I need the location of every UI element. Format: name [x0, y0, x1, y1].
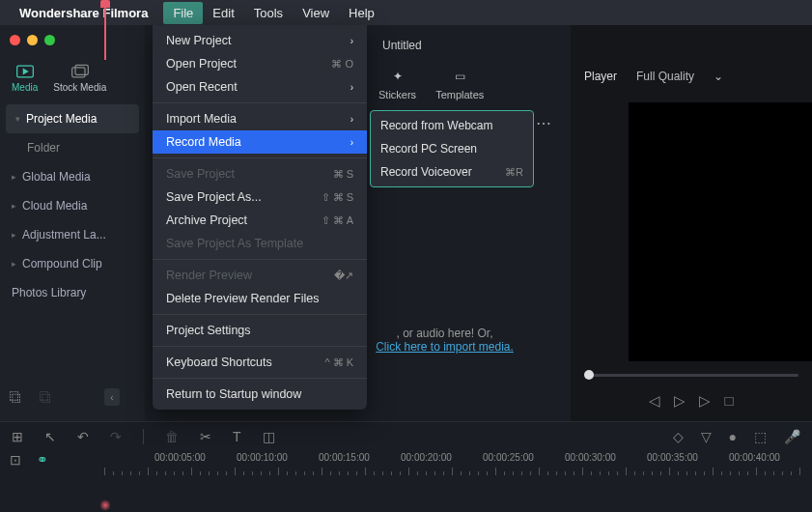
sidebar-photos-library[interactable]: Photos Library [0, 278, 145, 307]
menu-separator [153, 314, 367, 315]
kebab-menu[interactable]: ⋯ [536, 114, 553, 132]
tab-stickers[interactable]: ✦ Stickers [378, 68, 416, 100]
mic-icon[interactable]: 🎤 [784, 429, 800, 444]
text-icon[interactable]: T [233, 429, 241, 444]
menu-tools[interactable]: Tools [244, 2, 293, 24]
playhead-glow [100, 498, 110, 512]
sidebar-cloud-media[interactable]: ▸Cloud Media [0, 191, 145, 220]
scrub-thumb[interactable] [584, 370, 594, 380]
menu-file[interactable]: File [163, 2, 203, 24]
prev-frame-button[interactable]: ◁ [649, 392, 660, 410]
tool-cursor-icon[interactable]: ↖ [44, 429, 56, 444]
marker2-icon[interactable]: ▽ [701, 429, 712, 444]
tool-select-icon[interactable]: ⊞ [12, 429, 23, 444]
menu-open-project[interactable]: Open Project⌘ O [153, 52, 367, 75]
tab-templates[interactable]: ▭ Templates [435, 68, 484, 100]
minimize-window[interactable] [27, 35, 38, 45]
chevron-right-icon: ▸ [12, 230, 16, 240]
folder-icon[interactable]: ⿻ [40, 390, 52, 405]
new-folder-icon[interactable]: ⿻ [10, 390, 22, 405]
quality-select[interactable]: Full Quality ⌄ [636, 70, 723, 83]
sticker-icon: ✦ [387, 68, 408, 85]
record-screen[interactable]: Record PC Screen [371, 137, 533, 160]
next-frame-button[interactable]: ▷ [674, 392, 686, 410]
time-mark: 00:00:10:00 [237, 452, 288, 463]
sidebar: Media Stock Media ▾Project Media Folder … [0, 25, 145, 421]
menu-view[interactable]: View [293, 2, 339, 24]
chevron-right-icon: › [350, 114, 353, 125]
menu-separator [153, 259, 367, 260]
link-icon[interactable]: ⚭ [37, 452, 48, 468]
window-title: Untitled [382, 39, 422, 52]
svg-rect-1 [71, 68, 84, 77]
timeline-options-icon[interactable]: ⊡ [10, 452, 21, 468]
menu-delete-render[interactable]: Delete Preview Render Files [153, 287, 367, 310]
templates-icon: ▭ [449, 68, 470, 85]
transport-controls: ◁ ▷ ▷ □ [571, 383, 812, 421]
sidebar-folder[interactable]: Folder [0, 133, 145, 162]
menu-separator [153, 157, 367, 158]
time-ruler[interactable]: ⊡ ⚭ 00:00:05:0000:00:10:0000:00:15:0000:… [0, 450, 812, 475]
stop-button[interactable]: □ [724, 392, 733, 410]
time-mark: 00:00:30:00 [565, 452, 616, 463]
play-button[interactable]: ▷ [699, 392, 711, 410]
cut-icon[interactable]: ✂ [200, 429, 211, 444]
delete-icon[interactable]: 🗑 [165, 429, 179, 444]
file-menu: New Project› Open Project⌘ O Open Recent… [153, 25, 367, 410]
app-name: Wondershare Filmora [19, 6, 148, 20]
crop-icon[interactable]: ◫ [263, 429, 275, 444]
video-preview[interactable] [629, 102, 812, 361]
menu-save-template: Save Project As Template [153, 232, 367, 255]
menubar: Wondershare Filmora File Edit Tools View… [0, 0, 812, 25]
time-mark: 00:00:05:00 [154, 452, 206, 463]
record-webcam[interactable]: Record from Webcam [371, 114, 533, 137]
menu-new-project[interactable]: New Project› [153, 29, 367, 52]
menu-open-recent[interactable]: Open Recent› [153, 75, 367, 99]
record-icon[interactable]: ● [729, 429, 737, 444]
timeline[interactable]: ⊡ ⚭ 00:00:05:0000:00:10:0000:00:15:0000:… [0, 450, 812, 512]
menu-archive-project[interactable]: Archive Project⇧ ⌘ A [153, 209, 367, 232]
menu-record-media[interactable]: Record Media› [153, 130, 367, 154]
chevron-down-icon: ⌄ [714, 70, 723, 83]
drop-hint: , or audio here! Or, Click here to impor… [338, 327, 551, 354]
lib-tab-stock[interactable]: Stock Media [53, 64, 106, 93]
sidebar-compound-clip[interactable]: ▸Compound Clip [0, 249, 145, 278]
record-submenu: Record from Webcam Record PC Screen Reco… [370, 110, 534, 187]
menu-separator [153, 378, 367, 379]
menu-import-media[interactable]: Import Media› [153, 107, 367, 130]
maximize-window[interactable] [44, 35, 55, 45]
scrub-bar[interactable] [571, 367, 812, 383]
undo-icon[interactable]: ↶ [77, 429, 89, 444]
sidebar-project-media[interactable]: ▾Project Media [6, 104, 139, 133]
playhead[interactable] [104, 2, 106, 60]
record-voiceover[interactable]: Record Voiceover⌘R [371, 160, 533, 184]
close-window[interactable] [10, 35, 20, 45]
menu-return-startup[interactable]: Return to Startup window [153, 383, 367, 406]
menu-save-project: Save Project⌘ S [153, 162, 367, 185]
menu-keyboard-shortcuts[interactable]: Keyboard Shortcuts^ ⌘ K [153, 351, 367, 374]
chevron-right-icon: › [350, 82, 353, 93]
player-label: Player [584, 70, 617, 83]
lib-tab-media[interactable]: Media [12, 64, 38, 93]
stock-icon [70, 64, 90, 79]
lib-tab-label: Stock Media [53, 82, 106, 93]
menu-separator [153, 102, 367, 103]
media-icon [15, 64, 35, 79]
menu-project-settings[interactable]: Project Settings [153, 319, 367, 342]
redo-icon[interactable]: ↷ [110, 429, 122, 444]
time-mark: 00:00:40:00 [729, 452, 780, 463]
timeline-toolbar: ⊞ ↖ ↶ ↷ 🗑 ✂ T ◫ ◇ ▽ ● ⬚ 🎤 [0, 421, 812, 450]
lib-tab-label: Media [12, 82, 38, 93]
audio-mix-icon[interactable]: ⬚ [754, 429, 767, 444]
marker-icon[interactable]: ◇ [673, 429, 684, 444]
import-link[interactable]: Click here to import media. [376, 340, 514, 354]
menu-help[interactable]: Help [339, 2, 384, 24]
menu-save-as[interactable]: Save Project As...⇧ ⌘ S [153, 185, 367, 209]
chevron-down-icon: ▾ [15, 114, 20, 124]
time-mark: 00:00:35:00 [647, 452, 698, 463]
collapse-sidebar[interactable]: ‹ [104, 388, 120, 406]
menu-edit[interactable]: Edit [203, 2, 243, 24]
sidebar-global-media[interactable]: ▸Global Media [0, 162, 145, 191]
sidebar-adjustment-layer[interactable]: ▸Adjustment La... [0, 220, 145, 249]
svg-rect-2 [75, 65, 88, 74]
